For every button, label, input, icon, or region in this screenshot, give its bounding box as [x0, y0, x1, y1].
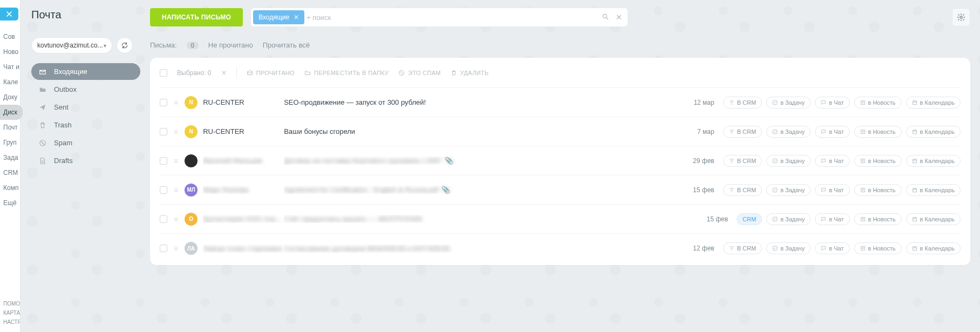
- action-pill[interactable]: В CRM: [723, 97, 762, 109]
- app-rail-item[interactable]: Зада: [0, 150, 20, 165]
- app-rail-item[interactable]: Доку: [0, 90, 20, 105]
- folder-move-icon: [304, 70, 311, 76]
- mail-row[interactable]: ≡Василий МальцевДоговор на поставку Борт…: [160, 146, 961, 175]
- news-icon: [860, 158, 866, 164]
- app-rail-item[interactable]: Ново: [0, 44, 20, 59]
- close-panel-button[interactable]: [0, 8, 18, 21]
- action-pill[interactable]: в Задачу: [766, 242, 811, 254]
- app-rail-item[interactable]: Диск: [0, 105, 23, 120]
- bulk-delete[interactable]: УДАЛИТЬ: [451, 70, 489, 76]
- app-rail-bottom-item[interactable]: ПОМО: [0, 299, 20, 308]
- action-pill[interactable]: в Новость: [854, 184, 902, 196]
- action-pill[interactable]: в Календарь: [906, 126, 961, 138]
- row-actions: В CRMв Задачув Чатв Новостьв Календарь: [723, 184, 961, 196]
- action-pill[interactable]: в Чат: [815, 213, 849, 225]
- folder-item-spam[interactable]: Spam: [31, 134, 140, 151]
- action-pill[interactable]: в Новость: [854, 242, 902, 254]
- action-pill[interactable]: в Календарь: [906, 213, 961, 225]
- action-pill[interactable]: в Новость: [854, 213, 902, 225]
- action-pill[interactable]: в Задачу: [766, 97, 811, 109]
- app-rail-item[interactable]: Почт: [0, 120, 20, 135]
- action-pill[interactable]: в Задачу: [766, 184, 811, 196]
- mail-row[interactable]: ≡ОБухгалтерия ООО АзимутСчёт предоплаты …: [160, 205, 961, 234]
- action-pill[interactable]: В CRM: [723, 126, 762, 138]
- action-pill[interactable]: В CRM: [723, 242, 762, 254]
- action-pill[interactable]: в Календарь: [906, 155, 961, 167]
- bulk-move[interactable]: ПЕРЕМЕСТИТЬ В ПАПКУ: [304, 70, 389, 76]
- mail-subject: Ваши бонусы сгорели: [284, 127, 677, 135]
- check-icon: [772, 158, 778, 164]
- row-checkbox[interactable]: [160, 128, 167, 135]
- app-rail-item[interactable]: Груп: [0, 135, 20, 150]
- filter-icon: [729, 246, 734, 251]
- folder-item-drafts[interactable]: Drafts: [31, 152, 140, 169]
- bulk-mark-read[interactable]: ПРОЧИТАНО: [247, 70, 295, 76]
- search-filter-tag[interactable]: Входящие ✕: [253, 10, 304, 24]
- action-pill[interactable]: в Задачу: [766, 213, 811, 225]
- refresh-button[interactable]: [117, 37, 133, 53]
- folder-item-trash[interactable]: Trash: [31, 117, 140, 133]
- drag-handle-icon[interactable]: ≡: [174, 157, 178, 165]
- drag-handle-icon[interactable]: ≡: [174, 215, 178, 223]
- avatar: ЛА: [185, 242, 198, 255]
- spam-icon: [398, 70, 405, 76]
- action-pill[interactable]: в Задачу: [766, 155, 811, 167]
- clear-selection-icon[interactable]: ✕: [221, 69, 227, 77]
- app-rail-bottom-item[interactable]: КАРТА: [0, 308, 20, 317]
- bulk-spam[interactable]: ЭТО СПАМ: [398, 70, 441, 76]
- app-rail-item[interactable]: Чат и: [0, 59, 20, 74]
- folder-label: Outbox: [54, 85, 77, 93]
- drag-handle-icon[interactable]: ≡: [174, 244, 178, 253]
- mail-subject: Agreement for Certification - English & …: [284, 186, 677, 194]
- drag-handle-icon[interactable]: ≡: [174, 98, 178, 107]
- mail-subject: Счёт предоплаты вашего — ЭКОГРУЗЧИК: [284, 215, 690, 223]
- action-pill[interactable]: в Чат: [815, 97, 849, 109]
- action-pill[interactable]: в Календарь: [906, 97, 961, 109]
- app-rail-item[interactable]: Ещё: [0, 195, 20, 211]
- action-pill[interactable]: в Задачу: [766, 126, 811, 138]
- action-pill[interactable]: в Чат: [815, 126, 849, 138]
- search-icon[interactable]: [602, 13, 609, 22]
- row-checkbox[interactable]: [160, 215, 167, 223]
- row-checkbox[interactable]: [160, 186, 167, 194]
- action-pill[interactable]: В CRM: [723, 184, 762, 196]
- folder-item-folder[interactable]: Outbox: [31, 81, 140, 98]
- row-checkbox[interactable]: [160, 245, 167, 252]
- action-pill[interactable]: в Чат: [815, 155, 849, 167]
- action-pill[interactable]: в Новость: [854, 155, 902, 167]
- remove-tag-icon[interactable]: ✕: [294, 13, 299, 21]
- action-pill[interactable]: в Чат: [815, 242, 849, 254]
- select-all-checkbox[interactable]: [160, 69, 167, 77]
- action-pill[interactable]: в Новость: [854, 126, 902, 138]
- drag-handle-icon[interactable]: ≡: [174, 127, 178, 136]
- search-input[interactable]: [307, 13, 602, 22]
- action-pill-crm[interactable]: CRM: [737, 213, 762, 225]
- app-rail-item[interactable]: Кале: [0, 74, 20, 90]
- mail-row[interactable]: ≡ЛАЛевчук Алекс СергеевичСогласование до…: [160, 234, 961, 263]
- row-checkbox[interactable]: [160, 157, 167, 165]
- app-rail-item[interactable]: CRM: [0, 165, 20, 180]
- clear-search-icon[interactable]: ✕: [616, 13, 622, 22]
- action-pill[interactable]: в Новость: [854, 97, 902, 109]
- bulk-actions-row: Выбрано: 0 ✕ ПРОЧИТАНО ПЕРЕМЕСТИТЬ В ПАП…: [160, 58, 961, 88]
- settings-button[interactable]: [952, 8, 970, 26]
- compose-button[interactable]: НАПИСАТЬ ПИСЬМО: [150, 8, 243, 26]
- mark-all-read-link[interactable]: Прочитать всё: [263, 41, 310, 49]
- mail-row[interactable]: ≡NRU-CENTERSEO-продвижение — запуск от 3…: [160, 88, 961, 117]
- app-rail-item[interactable]: Комп: [0, 180, 20, 195]
- filter-unread-link[interactable]: Не прочитано: [208, 41, 253, 49]
- app-rail-bottom-item[interactable]: НАСТР: [0, 317, 20, 327]
- action-pill[interactable]: В CRM: [723, 155, 762, 167]
- action-pill[interactable]: в Календарь: [906, 242, 961, 254]
- account-selector[interactable]: kovtunov@azimut.co... ▾: [31, 37, 112, 53]
- drag-handle-icon[interactable]: ≡: [174, 186, 178, 194]
- mail-row[interactable]: ≡МЛМарк ЛосковаAgreement for Certificati…: [160, 175, 961, 205]
- app-rail-item[interactable]: Сов: [0, 29, 20, 44]
- mail-row[interactable]: ≡NRU-CENTERВаши бонусы сгорели7 марВ CRM…: [160, 117, 961, 146]
- folder-item-sent[interactable]: Sent: [31, 99, 140, 116]
- row-checkbox[interactable]: [160, 99, 167, 106]
- action-pill[interactable]: в Календарь: [906, 184, 961, 196]
- search-bar[interactable]: Входящие ✕ ✕: [250, 8, 628, 27]
- folder-item-inbox[interactable]: Входящие: [31, 63, 140, 80]
- action-pill[interactable]: в Чат: [815, 184, 849, 196]
